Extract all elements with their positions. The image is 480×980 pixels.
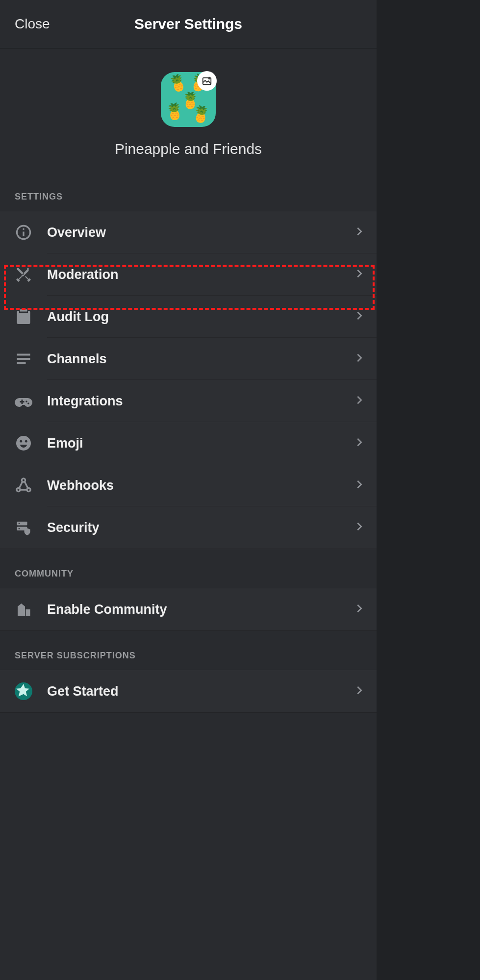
community-item-enable[interactable]: Enable Community <box>0 588 377 630</box>
chevron-right-icon <box>354 685 365 698</box>
community-list: Enable Community <box>0 588 377 631</box>
info-circle-icon <box>15 224 47 241</box>
star-badge-icon <box>15 682 47 700</box>
upload-image-icon[interactable] <box>197 71 217 91</box>
server-avatar[interactable]: 🍍 🍍 🍍 🍍 🍍 <box>161 72 216 127</box>
settings-item-label: Security <box>47 520 354 535</box>
settings-item-moderation[interactable]: Moderation <box>0 253 377 296</box>
emoji-face-icon <box>15 434 47 452</box>
subscriptions-item-get-started[interactable]: Get Started <box>0 670 377 712</box>
settings-item-label: Channels <box>47 352 354 367</box>
chevron-right-icon <box>354 310 365 323</box>
community-item-label: Enable Community <box>47 602 354 617</box>
svg-point-10 <box>22 478 25 482</box>
svg-point-15 <box>19 523 20 524</box>
server-info: 🍍 🍍 🍍 🍍 🍍 Pineapple and Friends <box>0 49 377 192</box>
chevron-right-icon <box>354 479 365 492</box>
settings-item-label: Moderation <box>47 267 354 282</box>
svg-point-8 <box>20 440 22 443</box>
svg-rect-5 <box>17 358 30 360</box>
section-header-community: COMMUNITY <box>0 569 377 588</box>
chevron-right-icon <box>354 268 365 281</box>
section-header-settings: SETTINGS <box>0 192 377 211</box>
chevron-right-icon <box>354 603 365 616</box>
buildings-icon <box>15 601 47 618</box>
subscriptions-list: Get Started <box>0 670 377 713</box>
chevron-right-icon <box>354 437 365 450</box>
section-header-subscriptions: SERVER SUBSCRIPTIONS <box>0 651 377 670</box>
webhook-icon <box>15 477 47 494</box>
settings-item-overview[interactable]: Overview <box>0 211 377 253</box>
settings-item-label: Webhooks <box>47 478 354 493</box>
settings-item-label: Emoji <box>47 436 354 451</box>
svg-rect-6 <box>17 362 26 364</box>
header-bar: Close Server Settings <box>0 0 377 49</box>
settings-item-label: Overview <box>47 225 354 240</box>
swords-icon <box>15 266 47 283</box>
svg-point-7 <box>16 436 31 451</box>
svg-point-3 <box>23 228 25 230</box>
gamepad-icon <box>15 392 47 410</box>
svg-point-16 <box>19 528 20 529</box>
settings-item-security[interactable]: Security <box>0 506 377 549</box>
settings-item-channels[interactable]: Channels <box>0 338 377 380</box>
settings-item-audit-log[interactable]: Audit Log <box>0 296 377 338</box>
svg-rect-4 <box>17 354 30 356</box>
server-shield-icon <box>15 519 47 536</box>
subscriptions-item-label: Get Started <box>47 684 354 699</box>
settings-item-emoji[interactable]: Emoji <box>0 422 377 464</box>
chevron-right-icon <box>354 352 365 365</box>
chevron-right-icon <box>354 521 365 534</box>
clipboard-icon <box>15 308 47 326</box>
close-button[interactable]: Close <box>15 16 50 32</box>
list-icon <box>15 350 47 368</box>
svg-point-9 <box>25 440 27 443</box>
settings-item-label: Audit Log <box>47 309 354 325</box>
server-name: Pineapple and Friends <box>115 141 262 157</box>
chevron-right-icon <box>354 395 365 407</box>
page-title: Server Settings <box>0 16 377 32</box>
settings-item-label: Integrations <box>47 394 354 409</box>
settings-item-integrations[interactable]: Integrations <box>0 380 377 422</box>
chevron-right-icon <box>354 226 365 239</box>
settings-item-webhooks[interactable]: Webhooks <box>0 464 377 506</box>
settings-list: Overview Moderation Audit Log Channels <box>0 211 377 549</box>
